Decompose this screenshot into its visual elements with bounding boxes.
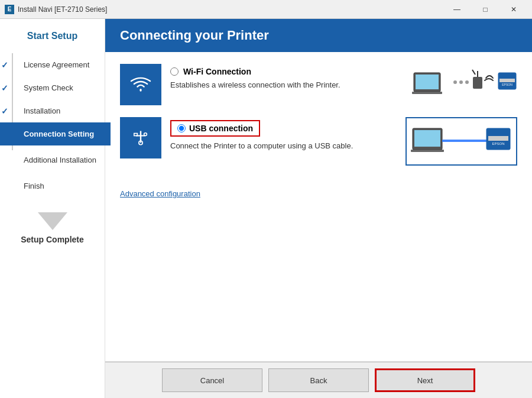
wifi-icon	[129, 75, 153, 95]
svg-text:EPSON: EPSON	[492, 142, 504, 145]
arrow-down-icon	[38, 212, 67, 230]
usb-radio[interactable]	[177, 124, 186, 132]
close-button[interactable]: ✕	[500, 2, 527, 17]
wifi-description: Establishes a wireless connection with t…	[170, 79, 359, 91]
check-icon-install: ✓	[1, 106, 8, 116]
footer: Cancel Back Next	[105, 361, 532, 398]
sidebar-item-additional[interactable]: Additional Installation	[18, 148, 105, 172]
sidebar-item-license[interactable]: ✓ License Agreement	[18, 53, 105, 76]
svg-point-4	[459, 80, 463, 84]
page-title: Connecting your Printer	[120, 28, 517, 43]
sidebar-title: Start Setup	[0, 31, 105, 53]
svg-rect-18	[414, 130, 440, 147]
usb-option-label-row: USB connection	[170, 120, 397, 137]
sidebar-label-system: System Check	[24, 83, 73, 92]
usb-description: Connect the Printer to a computer using …	[170, 140, 359, 152]
cancel-button[interactable]: Cancel	[162, 368, 262, 392]
wifi-diagram: EPSON	[411, 64, 517, 105]
wifi-option-details: Wi-Fi Connection Establishes a wireless …	[170, 64, 402, 91]
wifi-connection-diagram: EPSON	[411, 64, 517, 105]
sidebar-item-installation[interactable]: ✓ Installation	[18, 99, 105, 122]
content-area: Connecting your Printer	[105, 19, 532, 398]
main-container: Start Setup ✓ License Agreement ✓ System…	[0, 19, 532, 398]
usb-icon	[129, 128, 153, 148]
usb-diagram: EPSON	[406, 117, 517, 166]
sidebar-label-install: Installation	[24, 106, 60, 115]
usb-connection-diagram: EPSON	[410, 121, 513, 161]
minimize-button[interactable]: —	[443, 2, 471, 17]
wifi-option: Wi-Fi Connection Establishes a wireless …	[120, 64, 517, 105]
window-controls: — □ ✕	[443, 2, 527, 17]
svg-point-5	[465, 80, 469, 84]
back-button[interactable]: Back	[268, 368, 369, 392]
sidebar-item-system-check[interactable]: ✓ System Check	[18, 76, 105, 99]
content-header: Connecting your Printer	[105, 19, 532, 52]
app-icon: E	[5, 5, 14, 14]
wifi-option-icon	[120, 64, 161, 105]
setup-complete-label: Setup Complete	[21, 235, 84, 244]
svg-rect-22	[488, 136, 508, 141]
content-body: Wi-Fi Connection Establishes a wireless …	[105, 52, 532, 361]
advanced-config-link[interactable]: Advanced configuration	[120, 189, 200, 198]
usb-option: USB connection Connect the Printer to a …	[120, 117, 517, 166]
title-bar-text: Install Navi [ET-2710 Series]	[18, 5, 443, 14]
sidebar-label-finish: Finish	[24, 182, 44, 190]
title-bar: E Install Navi [ET-2710 Series] — □ ✕	[0, 0, 532, 19]
sidebar-item-connection[interactable]: Connection Setting	[0, 122, 111, 145]
svg-rect-1	[416, 75, 439, 89]
svg-point-15	[144, 132, 147, 135]
svg-rect-19	[411, 150, 444, 152]
maximize-button[interactable]: □	[472, 2, 499, 17]
usb-label-box: USB connection	[170, 120, 260, 137]
sidebar-item-finish[interactable]: Finish	[18, 174, 105, 198]
wifi-radio[interactable]	[170, 67, 179, 76]
svg-rect-14	[134, 133, 138, 135]
svg-rect-2	[412, 92, 442, 94]
svg-rect-10	[499, 79, 515, 82]
check-icon-license: ✓	[1, 60, 8, 70]
sidebar-bottom: Setup Complete	[0, 203, 105, 253]
svg-rect-6	[473, 77, 482, 89]
sidebar-label-connection: Connection Setting	[24, 130, 94, 138]
sidebar-label-additional: Additional Installation	[24, 156, 96, 164]
usb-option-details: USB connection Connect the Printer to a …	[170, 117, 397, 152]
svg-point-3	[453, 80, 457, 84]
advanced-config-section: Advanced configuration	[120, 183, 517, 198]
sidebar-items: ✓ License Agreement ✓ System Check ✓ Ins…	[0, 53, 105, 198]
check-icon-system: ✓	[1, 83, 8, 93]
wifi-label-text[interactable]: Wi-Fi Connection	[183, 67, 251, 76]
sidebar: Start Setup ✓ License Agreement ✓ System…	[0, 19, 105, 398]
svg-line-8	[472, 70, 475, 75]
next-button[interactable]: Next	[375, 368, 475, 392]
sidebar-label-license: License Agreement	[24, 60, 89, 69]
svg-text:EPSON: EPSON	[502, 83, 512, 86]
usb-label-text[interactable]: USB connection	[189, 124, 253, 133]
usb-option-icon	[120, 117, 161, 158]
wifi-option-label-row: Wi-Fi Connection	[170, 67, 402, 76]
